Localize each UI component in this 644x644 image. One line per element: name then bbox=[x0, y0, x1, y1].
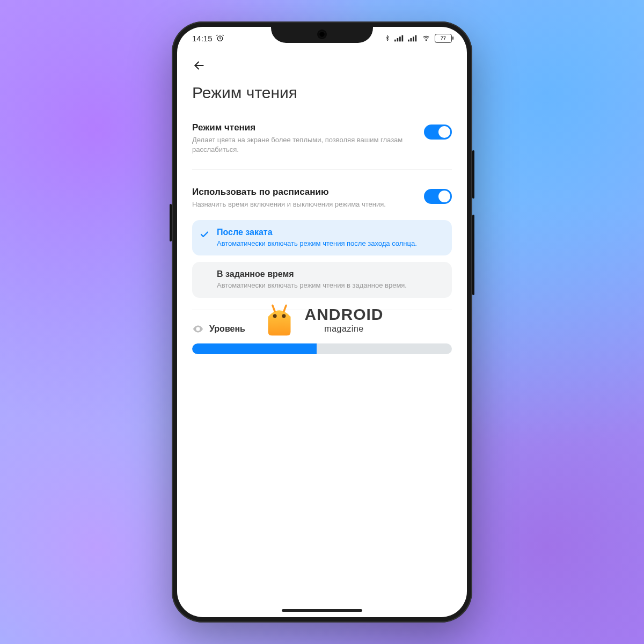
display-notch bbox=[271, 27, 373, 43]
svg-rect-5 bbox=[408, 40, 409, 42]
check-icon bbox=[200, 230, 209, 239]
option-title: После заката bbox=[217, 228, 442, 237]
page-title: Режим чтения bbox=[192, 84, 452, 102]
alarm-icon bbox=[216, 34, 224, 42]
back-button[interactable] bbox=[192, 58, 206, 72]
level-label: Уровень bbox=[209, 324, 245, 334]
schedule-row: Использовать по расписанию Назначить вре… bbox=[192, 182, 452, 220]
home-indicator[interactable] bbox=[282, 609, 362, 612]
svg-rect-8 bbox=[415, 35, 417, 42]
divider bbox=[192, 169, 452, 170]
reading-mode-row: Режим чтения Делает цвета на экране боле… bbox=[192, 118, 452, 165]
wallpaper-background: 14:15 bbox=[0, 0, 644, 644]
svg-rect-1 bbox=[394, 40, 396, 42]
schedule-option-after-sunset[interactable]: После заката Автоматически включать режи… bbox=[192, 220, 452, 256]
schedule-toggle[interactable] bbox=[424, 189, 452, 204]
level-slider-fill bbox=[192, 343, 317, 354]
signal-icon-2 bbox=[408, 34, 418, 42]
reading-mode-title: Режим чтения bbox=[192, 122, 415, 133]
signal-icon bbox=[394, 34, 404, 42]
svg-point-9 bbox=[426, 40, 426, 41]
svg-rect-6 bbox=[411, 38, 412, 41]
battery-percent: 77 bbox=[441, 35, 446, 41]
battery-indicator: 77 bbox=[435, 34, 452, 43]
reading-mode-desc: Делает цвета на экране более теплыми, по… bbox=[192, 135, 415, 154]
status-time: 14:15 bbox=[192, 34, 213, 43]
option-title: В заданное время bbox=[217, 269, 442, 279]
phone-frame: 14:15 bbox=[172, 21, 472, 623]
schedule-desc: Назначить время включения и выключения р… bbox=[192, 200, 386, 209]
divider bbox=[192, 310, 452, 310]
eye-icon bbox=[192, 323, 204, 335]
svg-point-10 bbox=[197, 328, 199, 330]
reading-mode-toggle[interactable] bbox=[424, 125, 452, 140]
wifi-icon bbox=[421, 34, 431, 42]
level-slider[interactable] bbox=[192, 343, 452, 354]
svg-rect-7 bbox=[413, 36, 414, 41]
schedule-option-custom-time[interactable]: В заданное время Автоматически включать … bbox=[192, 262, 452, 298]
level-section: Уровень bbox=[192, 323, 452, 354]
svg-rect-4 bbox=[402, 35, 404, 42]
svg-rect-3 bbox=[399, 36, 401, 41]
svg-rect-2 bbox=[397, 38, 399, 41]
front-camera bbox=[319, 31, 325, 38]
option-desc: Автоматически включать режим чтения посл… bbox=[217, 239, 442, 248]
option-desc: Автоматически включать режим чтения в за… bbox=[217, 281, 442, 290]
phone-screen: 14:15 bbox=[177, 27, 467, 617]
schedule-title: Использовать по расписанию bbox=[192, 187, 386, 197]
bluetooth-icon bbox=[384, 34, 391, 42]
